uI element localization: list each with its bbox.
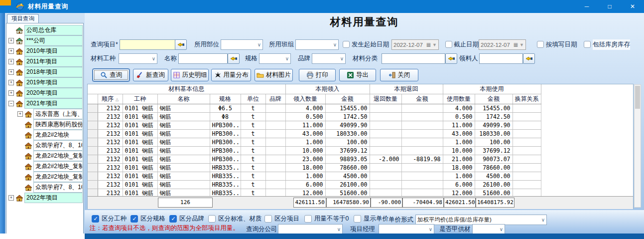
tree-item[interactable]: +2019年项目 xyxy=(8,77,83,88)
column-header[interactable]: 单位 xyxy=(241,94,265,104)
table-row[interactable]: 21320101 钢筋钢筋HPB300...t10.00037699.1210.… xyxy=(88,147,633,155)
row-selector[interactable] xyxy=(88,172,98,181)
table-row[interactable]: 21320101 钢筋钢筋HRB335...t1.0004500.001.000… xyxy=(88,172,633,181)
grid-scrollbar[interactable] xyxy=(634,84,641,208)
table-row[interactable]: 21320101 钢筋钢筋HPB300...t43.000180330.0043… xyxy=(88,130,633,138)
by-fill-date-checkbox[interactable] xyxy=(537,41,544,48)
tree-item[interactable]: +远东普惠（上海、 xyxy=(17,109,83,119)
tree-item-label[interactable]: 陕西康惠制药股份 xyxy=(33,119,83,130)
row-selector[interactable] xyxy=(88,164,98,172)
toolbar-button-3[interactable]: 历史明细 xyxy=(171,69,209,81)
tree-item[interactable]: 众凯学府7、8、10 xyxy=(17,140,83,151)
start-date-checkbox[interactable] xyxy=(343,41,350,48)
tree-item-label[interactable]: 远东普惠（上海、 xyxy=(33,109,83,119)
column-header[interactable]: 名称 xyxy=(157,94,210,104)
tree-item-label[interactable]: 2021年项目 xyxy=(24,98,83,109)
spec-select[interactable]: ∨ xyxy=(259,53,291,64)
unchecked-checkbox[interactable] xyxy=(208,215,216,223)
toolbar-button-5[interactable]: 材料图片 xyxy=(255,69,293,81)
checked-checkbox[interactable] xyxy=(92,215,99,223)
unchecked-checkbox[interactable] xyxy=(264,215,272,223)
material-category-input[interactable] xyxy=(382,53,445,64)
table-row[interactable]: 21320101 钢筋钢筋HPB300...t23.00098893.05-2.… xyxy=(88,155,633,164)
collapse-minus-icon[interactable]: − xyxy=(8,101,14,106)
column-header[interactable]: 金额 xyxy=(475,94,513,104)
tree-item-label[interactable]: 龙鼎2#2地块_复制 xyxy=(33,151,83,161)
row-selector[interactable] xyxy=(88,121,98,130)
row-selector[interactable] xyxy=(88,104,98,113)
column-header[interactable]: 退回数量 xyxy=(370,94,401,104)
query-project-picker-button[interactable] xyxy=(175,39,187,50)
column-header[interactable]: 金额 xyxy=(325,94,370,104)
toolbar-button-1[interactable]: 查询 xyxy=(93,69,129,81)
tree-item[interactable]: +2020年项目 xyxy=(8,88,83,98)
tree-item[interactable]: +2022年项目 xyxy=(8,193,83,203)
tree-item[interactable]: +2018年项目 xyxy=(8,67,83,77)
tree-item-label[interactable]: 龙鼎2#2地块_复制 xyxy=(33,161,83,172)
name-picker-button[interactable] xyxy=(228,53,240,64)
expand-plus-icon[interactable]: + xyxy=(17,111,23,117)
unchecked-checkbox[interactable] xyxy=(304,215,312,223)
checked-checkbox[interactable] xyxy=(130,215,138,223)
expand-plus-icon[interactable]: + xyxy=(8,80,14,85)
brand-select[interactable]: ∨ xyxy=(312,53,346,64)
unit-price-form-select[interactable]: 加权平均价(总库值/总库存量)∨ xyxy=(415,215,547,225)
unchecked-checkbox[interactable] xyxy=(354,215,361,223)
branch-query-select[interactable]: ∨ xyxy=(278,224,343,235)
table-row[interactable]: 21320101 钢筋钢筋Φ8t0.5001742.500.5001742.50 xyxy=(88,113,633,121)
column-header[interactable]: 品牌 xyxy=(265,94,285,104)
start-date-field[interactable]: 2022-12-07▦▼ xyxy=(391,39,439,50)
project-manager-select[interactable]: ∨ xyxy=(379,224,434,235)
tree-item-label[interactable]: 2018年项目 xyxy=(24,67,83,77)
tree-item[interactable]: 众凯学府7、8、10 xyxy=(17,182,83,193)
material-trade-select[interactable]: ∨ xyxy=(119,53,157,64)
close-button[interactable]: ✕ xyxy=(621,0,644,13)
expand-plus-icon[interactable]: + xyxy=(8,90,14,96)
tree-item[interactable]: 龙鼎2#2地块 xyxy=(17,130,83,140)
tree-item-label[interactable]: 众凯学府7、8、10 xyxy=(33,140,83,151)
end-date-checkbox[interactable] xyxy=(445,41,452,48)
table-row[interactable]: 21320101 钢筋钢筋HPB300...t1.000100.001.0001… xyxy=(88,138,633,147)
row-selector[interactable] xyxy=(88,130,98,138)
used-part-select[interactable]: ∨ xyxy=(221,39,263,50)
tree-item[interactable]: 公司总仓库 xyxy=(8,25,83,35)
row-selector[interactable] xyxy=(88,113,98,121)
tree-item-label[interactable]: 2022年项目 xyxy=(24,193,83,203)
row-selector[interactable] xyxy=(88,155,98,164)
row-selector[interactable] xyxy=(88,147,98,155)
tree-item-label[interactable]: 众凯学府7、8、10 xyxy=(33,182,83,193)
tree-item[interactable]: 龙鼎2#2地块_复制 xyxy=(17,172,83,182)
tree-item-label[interactable]: 2019年项目 xyxy=(24,77,83,88)
minimize-button[interactable]: ─ xyxy=(575,0,598,13)
toolbar-button-4[interactable]: 用量分布 xyxy=(211,69,251,81)
requisitioner-picker-button[interactable] xyxy=(523,53,535,64)
include-warehouse-checkbox[interactable] xyxy=(584,41,591,48)
toolbar-button-2[interactable]: 新查询 xyxy=(133,69,168,81)
tree-item[interactable]: 龙鼎2#2地块_复制 xyxy=(17,161,83,172)
tree-item-label[interactable]: 龙鼎2#2地块 xyxy=(33,130,83,140)
tree-item[interactable]: 陕西康惠制药股份 xyxy=(17,119,83,130)
tree-item[interactable]: 龙鼎2#2地块_复制 xyxy=(17,151,83,161)
column-header[interactable]: 金额 xyxy=(401,94,443,104)
column-header[interactable]: 工种 xyxy=(123,94,157,104)
column-header[interactable]: 换算关系 xyxy=(513,94,541,104)
column-header[interactable]: 顺序△ xyxy=(98,94,123,104)
tree-item-label[interactable]: 2020年项目 xyxy=(24,88,83,98)
table-row[interactable]: 21320101 钢筋钢筋HPB300...t11.00049099.9011.… xyxy=(88,121,633,130)
owner-supplied-select[interactable]: ∨ xyxy=(472,224,505,235)
toolbar-button-7[interactable]: 导出 xyxy=(339,69,376,81)
tree-item[interactable]: −2021年项目 xyxy=(8,98,83,109)
grid-scrollbar-thumb[interactable] xyxy=(635,86,640,109)
row-selector[interactable] xyxy=(88,138,98,147)
table-row[interactable]: 21320101 钢筋钢筋Φ6.5t4.00015455.004.0001545… xyxy=(88,104,633,113)
end-date-field[interactable]: 2022-12-07▦▼ xyxy=(479,39,526,50)
tab-project-query[interactable]: 项目查询 xyxy=(7,14,39,23)
requisitioner-input[interactable] xyxy=(479,53,523,64)
toolbar-button-8[interactable]: 关闭 xyxy=(380,69,418,81)
toolbar-button-6[interactable]: 打印 xyxy=(299,69,336,81)
expand-plus-icon[interactable]: + xyxy=(8,69,14,75)
row-selector[interactable] xyxy=(88,181,98,189)
column-header[interactable]: 领入数量 xyxy=(285,94,325,104)
used-team-select[interactable]: ∨ xyxy=(295,39,339,50)
tree-item-label[interactable]: 龙鼎2#2地块_复制 xyxy=(33,172,83,182)
